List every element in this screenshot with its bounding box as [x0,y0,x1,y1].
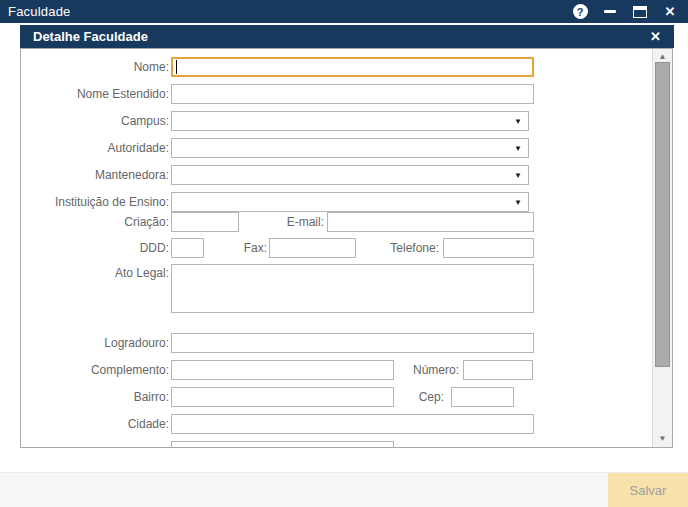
text-caret [176,60,177,74]
cep-label: Cep: [411,387,444,407]
scroll-up-arrow-icon[interactable]: ▲ [653,52,672,62]
email-label: E-mail: [239,212,324,232]
autoridade-label: Autoridade: [21,138,169,158]
chevron-down-icon: ▼ [514,144,522,154]
autoridade-select[interactable]: ▼ [171,138,529,158]
window-title: Faculdade [8,4,71,19]
email-input[interactable] [327,212,534,232]
form-row-complemento-numero: Complemento: Número: [21,360,652,380]
app-window: Faculdade ? ✕ Detalhe Faculdade ✕ Nome: … [0,0,688,507]
form-row-mantenedora: Mantenedora: ▼ [21,165,652,185]
window-titlebar: Faculdade ? ✕ [0,0,688,23]
criacao-label: Criação: [21,212,169,232]
form-row-nome-estendido: Nome Estendido: [21,84,652,104]
chevron-down-icon: ▼ [514,171,522,181]
campus-select[interactable]: ▼ [171,111,529,131]
nome-label: Nome: [21,57,169,77]
nome-input[interactable] [171,57,534,77]
complemento-input[interactable] [171,360,394,380]
instituicao-select[interactable]: ▼ [171,192,529,212]
mantenedora-label: Mantenedora: [21,165,169,185]
ddd-label: DDD: [21,238,169,258]
numero-label: Número: [409,360,459,380]
instituicao-label: Instituição de Ensino: [21,192,169,212]
minimize-button[interactable] [602,3,618,21]
bairro-label: Bairro: [21,387,169,407]
chevron-down-icon: ▼ [514,198,522,208]
fax-label: Fax: [231,238,267,258]
save-button[interactable]: Salvar [608,473,688,507]
dialog-header: Detalhe Faculdade ✕ [20,25,674,48]
cidade-label: Cidade: [21,414,169,434]
bairro-input[interactable] [171,387,394,407]
numero-input[interactable] [463,360,533,380]
form-scroll-area: Nome: Nome Estendido: Campus: ▼ Autorida… [20,48,673,448]
scroll-down-arrow-icon[interactable]: ▼ [653,434,672,444]
scrollbar-thumb[interactable] [655,62,670,367]
telefone-label: Telefone: [386,238,439,258]
logradouro-input[interactable] [171,333,534,353]
complemento-label: Complemento: [21,360,169,380]
maximize-button[interactable] [632,3,648,21]
form-row-ato-legal: Ato Legal: [21,264,652,313]
form-row-ddd-fax-telefone: DDD: Fax: Telefone: [21,238,652,258]
minimize-icon [604,10,616,13]
ddd-input[interactable] [171,238,204,258]
titlebar-controls: ? ✕ [572,3,680,21]
maximize-icon [633,6,647,18]
fax-input[interactable] [269,238,356,258]
ato-legal-textarea[interactable] [171,264,534,313]
nome-estendido-input[interactable] [171,84,534,104]
form-row-autoridade: Autoridade: ▼ [21,138,652,158]
nome-estendido-label: Nome Estendido: [21,84,169,104]
campus-label: Campus: [21,111,169,131]
form-row-nome: Nome: [21,57,652,77]
criacao-input[interactable] [171,212,239,232]
logradouro-label: Logradouro: [21,333,169,353]
chevron-down-icon: ▼ [514,117,522,127]
dialog-footer: Salvar [0,472,688,507]
form-row-logradouro: Logradouro: [21,333,652,353]
form-row-bairro-cep: Bairro: Cep: [21,387,652,407]
telefone-input[interactable] [443,238,534,258]
cidade-input[interactable] [171,414,534,434]
mantenedora-select[interactable]: ▼ [171,165,529,185]
form-row-partial [21,441,652,448]
form-row-instituicao: Instituição de Ensino: ▼ [21,192,652,212]
vertical-scrollbar[interactable]: ▲ ▼ [652,49,672,447]
help-button[interactable]: ? [572,3,588,21]
form-row-cidade: Cidade: [21,414,652,434]
form-row-criacao-email: Criação: E-mail: [21,212,652,232]
ato-legal-label: Ato Legal: [21,264,169,284]
window-close-button[interactable]: ✕ [662,3,678,21]
form-row-campus: Campus: ▼ [21,111,652,131]
dialog-title: Detalhe Faculdade [33,29,148,44]
help-icon: ? [573,4,588,19]
dialog-close-button[interactable]: ✕ [650,29,661,44]
partial-input[interactable] [171,441,394,448]
cep-input[interactable] [451,387,514,407]
